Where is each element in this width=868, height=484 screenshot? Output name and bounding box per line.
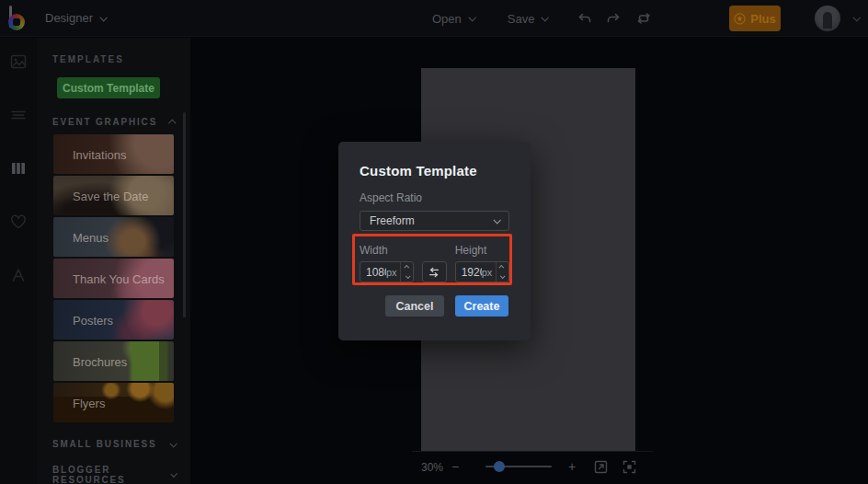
repeat-icon[interactable] xyxy=(635,11,652,26)
redo-icon[interactable] xyxy=(606,11,622,26)
height-field: px xyxy=(455,261,509,282)
modal-actions: Cancel Create xyxy=(360,295,509,317)
section-label: BLOGGER RESOURCES xyxy=(52,465,171,484)
template-item-brochures[interactable]: Brochures xyxy=(53,341,174,381)
width-input[interactable] xyxy=(360,262,386,282)
template-item-save-the-date[interactable]: Save the Date xyxy=(53,176,174,215)
width-decrement-button[interactable] xyxy=(401,272,413,282)
template-item-thank-you-cards[interactable]: Thank You Cards xyxy=(53,259,174,298)
template-item-label: Brochures xyxy=(73,354,127,368)
custom-template-button[interactable]: Custom Template xyxy=(57,77,160,98)
modal-title: Custom Template xyxy=(360,163,509,179)
plus-upgrade-button[interactable]: Plus xyxy=(729,6,781,31)
section-event-graphics[interactable]: EVENT GRAPHICS xyxy=(52,117,176,127)
logo-bowl xyxy=(8,14,25,30)
chevron-down-icon xyxy=(170,470,177,478)
zoom-slider-track[interactable] xyxy=(485,466,552,467)
app-logo-icon[interactable] xyxy=(8,6,30,30)
height-increment-button[interactable] xyxy=(497,262,508,272)
designer-menu-label: Designer xyxy=(45,11,93,25)
open-menu-label: Open xyxy=(432,12,462,26)
template-item-flyers[interactable]: Flyers xyxy=(53,383,174,422)
template-item-label: Flyers xyxy=(73,396,105,409)
plus-button-label: Plus xyxy=(750,12,775,26)
layers-icon[interactable] xyxy=(9,106,28,124)
template-item-label: Thank You Cards xyxy=(73,271,165,285)
template-item-label: Invitations xyxy=(73,147,127,161)
height-stepper xyxy=(496,262,508,282)
template-item-label: Save the Date xyxy=(73,189,148,202)
star-icon xyxy=(734,13,746,25)
chevron-up-icon xyxy=(168,119,176,126)
topbar-right: Plus xyxy=(729,0,868,37)
section-blogger-resources[interactable]: BLOGGER RESOURCES xyxy=(52,465,176,484)
section-label: SMALL BUSINESS xyxy=(52,439,156,449)
width-label: Width xyxy=(360,244,414,257)
dimensions-row: Width px Height px xyxy=(360,244,509,282)
zoom-level: 30% xyxy=(421,461,443,474)
fit-to-screen-icon[interactable] xyxy=(622,459,637,475)
templates-panel: TEMPLATES Custom Template EVENT GRAPHICS… xyxy=(37,38,190,484)
width-group: Width px xyxy=(360,244,414,282)
statusbar: 30% − + xyxy=(412,451,653,484)
section-label: EVENT GRAPHICS xyxy=(52,117,157,127)
aspect-ratio-select[interactable]: Freeform xyxy=(360,211,509,231)
chevron-down-icon[interactable] xyxy=(852,14,860,21)
chevron-down-icon xyxy=(169,440,177,447)
width-unit: px xyxy=(386,267,397,278)
topbar: Designer Open Save xyxy=(0,0,868,37)
zoom-in-button[interactable]: + xyxy=(565,459,579,474)
width-increment-button[interactable] xyxy=(401,262,413,272)
topbar-center: Open Save xyxy=(432,0,652,37)
resize-canvas-icon[interactable] xyxy=(593,459,609,475)
chevron-down-icon xyxy=(468,14,475,21)
designer-menu[interactable]: Designer xyxy=(45,11,106,25)
tool-rail xyxy=(0,38,37,484)
text-tool-icon[interactable] xyxy=(9,266,28,284)
favorites-heart-icon[interactable] xyxy=(9,213,28,231)
template-item-menus[interactable]: Menus xyxy=(53,217,174,257)
undo-icon[interactable] xyxy=(577,11,592,26)
width-stepper xyxy=(400,262,413,282)
custom-template-modal: Custom Template Aspect Ratio Freeform Wi… xyxy=(338,142,531,340)
chevron-down-icon xyxy=(99,14,107,21)
height-decrement-button[interactable] xyxy=(497,272,508,282)
template-item-posters[interactable]: Posters xyxy=(53,300,174,340)
template-item-label: Menus xyxy=(73,230,108,244)
height-group: Height px xyxy=(455,244,509,282)
create-button[interactable]: Create xyxy=(455,295,508,317)
panel-scrollbar[interactable] xyxy=(183,112,186,317)
height-input[interactable] xyxy=(456,262,482,282)
swap-dimensions-button[interactable] xyxy=(422,261,447,282)
template-item-label: Posters xyxy=(73,313,113,327)
templates-grid-icon[interactable] xyxy=(9,159,28,178)
save-menu-label: Save xyxy=(508,12,535,26)
aspect-ratio-label: Aspect Ratio xyxy=(360,191,509,204)
swap-dimensions-icon xyxy=(428,266,440,279)
section-small-business[interactable]: SMALL BUSINESS xyxy=(52,439,176,449)
aspect-ratio-value: Freeform xyxy=(370,214,415,227)
width-field: px xyxy=(360,261,414,282)
template-item-invitations[interactable]: Invitations xyxy=(53,134,174,174)
height-label: Height xyxy=(455,244,509,257)
chevron-down-icon xyxy=(542,14,549,21)
user-avatar[interactable] xyxy=(815,6,840,31)
chevron-down-icon xyxy=(493,216,500,224)
panel-title: TEMPLATES xyxy=(52,54,190,64)
open-menu[interactable]: Open xyxy=(432,12,474,26)
zoom-out-button[interactable]: − xyxy=(448,459,463,474)
image-manager-icon[interactable] xyxy=(9,52,28,71)
cancel-button[interactable]: Cancel xyxy=(385,295,444,317)
template-list: Invitations Save the Date Menus Thank Yo… xyxy=(53,134,174,422)
zoom-slider-handle[interactable] xyxy=(494,461,505,472)
save-menu[interactable]: Save xyxy=(508,12,548,26)
height-unit: px xyxy=(482,267,493,278)
